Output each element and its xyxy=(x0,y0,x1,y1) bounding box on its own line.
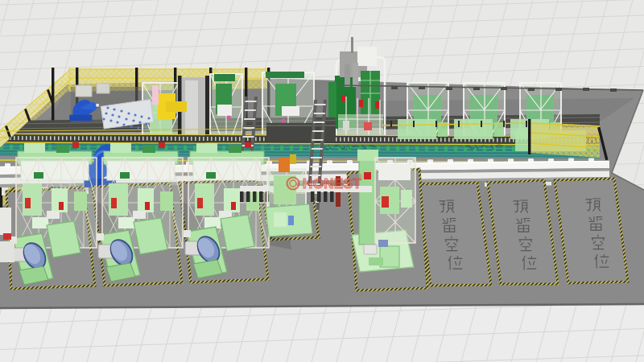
svg-text:HONEST: HONEST xyxy=(303,176,361,191)
svg-text:®: ® xyxy=(359,174,363,179)
